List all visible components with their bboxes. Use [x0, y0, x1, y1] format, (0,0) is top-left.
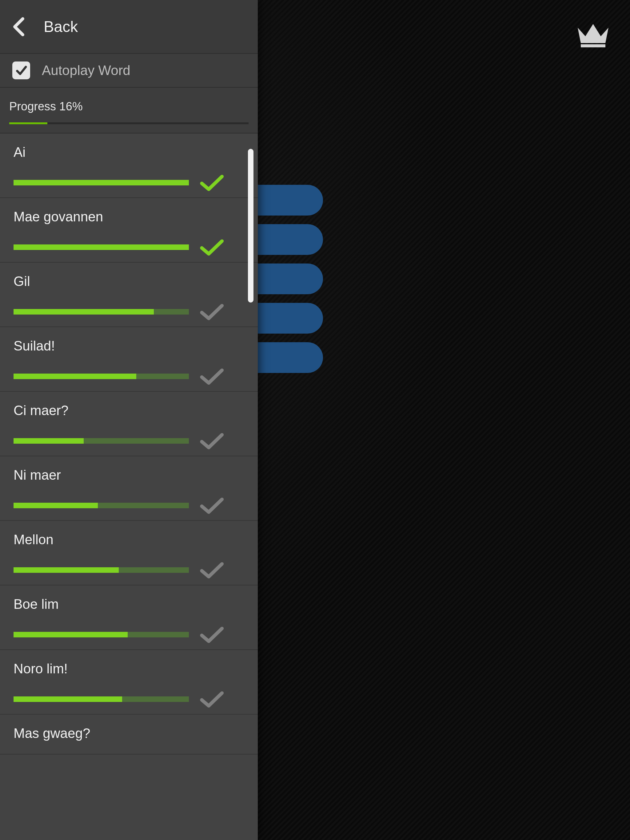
scrollbar-thumb[interactable]	[248, 149, 253, 303]
progress-bar-fill	[9, 122, 47, 124]
autoplay-toggle[interactable]: Autoplay Word	[0, 54, 258, 88]
word-todo-check-icon	[199, 303, 224, 321]
word-list[interactable]: AiMae govannenGilSuilad!Ci maer?Ni maerM…	[0, 133, 258, 840]
word-progress-bar	[14, 696, 189, 702]
word-progress-bar	[14, 567, 189, 573]
word-progress-fill	[14, 696, 122, 702]
word-todo-check-icon	[199, 432, 224, 450]
word-progress-bar	[14, 503, 189, 508]
word-progress-bar	[14, 374, 189, 379]
word-progress-fill	[14, 503, 98, 508]
word-label: Boe lim	[14, 597, 244, 612]
back-label: Back	[44, 18, 78, 36]
word-done-check-icon	[199, 174, 224, 191]
premium-button[interactable]	[575, 19, 611, 49]
word-progress-bar	[14, 438, 189, 444]
back-button[interactable]: Back	[0, 0, 258, 54]
autoplay-checkbox[interactable]	[12, 62, 30, 79]
word-item[interactable]: Mellon	[0, 521, 258, 586]
word-label: Mas gwaeg?	[14, 726, 244, 741]
word-item[interactable]: Ci maer?	[0, 392, 258, 456]
word-progress-fill	[14, 438, 84, 444]
word-label: Ni maer	[14, 467, 244, 483]
word-label: Ai	[14, 145, 244, 160]
word-progress-fill	[14, 567, 119, 573]
word-label: Gil	[14, 274, 244, 289]
crown-icon	[575, 19, 611, 49]
checkmark-icon	[14, 64, 28, 77]
word-todo-check-icon	[199, 626, 224, 643]
word-progress-fill	[14, 374, 136, 379]
word-todo-check-icon	[199, 561, 224, 579]
word-progress-fill	[14, 245, 189, 250]
word-todo-check-icon	[199, 497, 224, 514]
word-progress-bar	[14, 309, 189, 314]
word-done-check-icon	[199, 238, 224, 256]
word-progress-fill	[14, 309, 154, 314]
word-item[interactable]: Boe lim	[0, 586, 258, 650]
progress-bar	[9, 122, 249, 124]
word-todo-check-icon	[199, 368, 224, 385]
word-label: Mae govannen	[14, 209, 244, 224]
word-progress-fill	[14, 180, 189, 185]
autoplay-label: Autoplay Word	[42, 63, 130, 78]
chevron-left-icon	[12, 17, 25, 36]
word-label: Mellon	[14, 532, 244, 547]
word-label: Ci maer?	[14, 403, 244, 418]
word-item[interactable]: Suilad!	[0, 327, 258, 392]
word-progress-bar	[14, 632, 189, 637]
word-progress-fill	[14, 632, 128, 637]
word-item[interactable]: Ai	[0, 133, 258, 198]
word-label: Suilad!	[14, 338, 244, 354]
word-progress-bar	[14, 180, 189, 185]
word-progress-bar	[14, 245, 189, 250]
word-todo-check-icon	[199, 691, 224, 708]
word-item[interactable]: Gil	[0, 262, 258, 327]
word-item[interactable]: Noro lim!	[0, 650, 258, 715]
word-item[interactable]: Ni maer	[0, 456, 258, 521]
svg-rect-1	[581, 44, 605, 47]
word-label: Noro lim!	[14, 661, 244, 676]
word-item[interactable]: Mas gwaeg?	[0, 715, 258, 755]
progress-label: Progress 16%	[9, 100, 249, 113]
word-item[interactable]: Mae govannen	[0, 198, 258, 262]
overall-progress: Progress 16%	[0, 88, 258, 133]
word-list-drawer: Back Autoplay Word Progress 16% AiMae go…	[0, 0, 258, 840]
